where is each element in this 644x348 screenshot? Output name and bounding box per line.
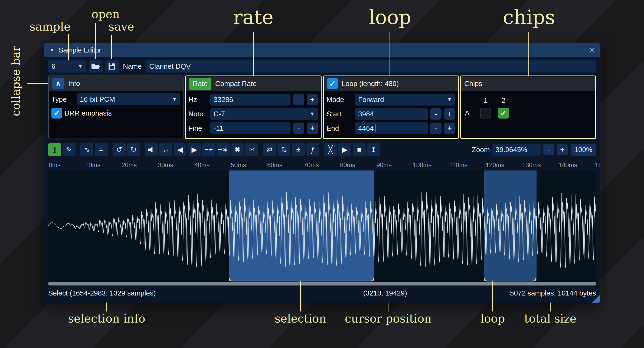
- hz-input[interactable]: 33286: [210, 94, 290, 106]
- open-button[interactable]: [89, 60, 102, 73]
- close-icon[interactable]: ×: [589, 45, 595, 55]
- toolbar-group: ⇄⇅±ƒ: [263, 143, 319, 156]
- folder-open-icon: [91, 63, 100, 70]
- name-value: Clarinet DQV: [149, 62, 191, 71]
- loop-end-increment-button[interactable]: +: [444, 123, 455, 134]
- time-label-60ms: 60ms: [267, 162, 282, 169]
- fade-in-button[interactable]: ◀: [174, 143, 187, 156]
- normalize-button[interactable]: ↔: [159, 143, 172, 156]
- hz-value: 33286: [214, 96, 233, 104]
- time-label-40ms: 40ms: [194, 162, 210, 169]
- time-label-100ms: 100ms: [413, 162, 431, 169]
- preview-button[interactable]: ▶: [338, 143, 351, 156]
- insert-silence-button[interactable]: −+: [202, 143, 215, 156]
- fine-input[interactable]: -11: [210, 122, 290, 134]
- chevron-down-icon: ▼: [307, 111, 315, 117]
- chips-panel: Chips 1 2 A ✓: [460, 75, 596, 139]
- loop-mode-value: Forward: [358, 96, 384, 104]
- brr-emphasis-label: BRR emphasis: [65, 109, 112, 117]
- time-label-50ms: 50ms: [231, 162, 246, 169]
- redo-button[interactable]: ↻: [127, 143, 140, 156]
- fine-decrement-button[interactable]: -: [293, 123, 304, 134]
- draw-tool-button[interactable]: ✎: [63, 143, 76, 156]
- chips-column-1-label: 1: [477, 96, 495, 105]
- delete-button[interactable]: ✖: [231, 143, 244, 156]
- hz-decrement-button[interactable]: -: [293, 94, 304, 105]
- loop-start-decrement-button[interactable]: -: [430, 108, 442, 120]
- type-select[interactable]: 16-bit PCM ▼: [77, 93, 180, 105]
- annotation-line-collapse-bar: [27, 83, 48, 84]
- status-cursor-position: (3210, 19429): [363, 289, 407, 297]
- annotation-loop-bottom: loop: [480, 312, 505, 325]
- hz-label: Hz: [188, 96, 208, 104]
- text-caret: [375, 124, 375, 132]
- sample-selector[interactable]: 6 ▼: [48, 60, 86, 73]
- zoom-in-button[interactable]: +: [557, 144, 568, 155]
- time-label-140ms: 140ms: [558, 162, 577, 169]
- loop-start-input[interactable]: 3984: [355, 108, 428, 120]
- resample-button[interactable]: ∿: [80, 143, 93, 156]
- loop-start-increment-button[interactable]: +: [444, 108, 455, 120]
- select-tool-button[interactable]: I: [48, 143, 61, 156]
- waveform-canvas[interactable]: [48, 170, 596, 281]
- status-selection-info: Select (1654-2983: 1329 samples): [48, 289, 156, 297]
- loop-enabled-checkbox[interactable]: ✓: [327, 78, 338, 89]
- crossfade-button[interactable]: ╳: [324, 143, 337, 156]
- loop-panel-header: ✓ Loop (length: 480): [324, 76, 458, 91]
- create-wavetable-button[interactable]: ≈: [95, 143, 108, 156]
- zoom-out-button[interactable]: -: [543, 144, 554, 155]
- collapse-info-button[interactable]: ∧: [52, 78, 64, 89]
- annotation-chips: chips: [503, 6, 555, 29]
- chip-1-checkbox[interactable]: [480, 108, 491, 119]
- zoom-label: Zoom: [472, 146, 490, 154]
- titlebar[interactable]: ▼ Sample Editor ×: [44, 43, 600, 57]
- brr-emphasis-checkbox[interactable]: ✓: [51, 108, 62, 119]
- rate-panel: Rate Compat Rate Hz 33286 - + Note C-7 ▼: [185, 75, 322, 139]
- time-label-0ms: 0ms: [49, 162, 60, 169]
- rate-button[interactable]: Rate: [189, 78, 211, 90]
- invert-button[interactable]: ⇅: [277, 143, 290, 156]
- fine-value: -11: [214, 124, 223, 133]
- toolbar-group: ↔◀▶−+−∗✖✂: [145, 143, 258, 156]
- chips-row-a-label: A: [465, 109, 477, 117]
- note-select[interactable]: C-7 ▼: [210, 108, 318, 120]
- loop-end-input[interactable]: 4464: [355, 122, 428, 134]
- chips-panel-title: Chips: [464, 80, 482, 88]
- annotation-open: open: [91, 8, 120, 21]
- time-label-20ms: 20ms: [122, 162, 137, 169]
- annotation-line-loop-bottom: [492, 281, 493, 311]
- filter-button[interactable]: ƒ: [306, 143, 319, 156]
- stop-preview-button[interactable]: ■: [353, 143, 366, 156]
- toolbar-group: ╳▶■↥: [324, 143, 380, 156]
- upload-button[interactable]: ↥: [367, 143, 380, 156]
- loop-end-decrement-button[interactable]: -: [430, 123, 442, 134]
- fade-out-button[interactable]: ▶: [188, 143, 201, 156]
- rate-panel-header: Rate Compat Rate: [186, 76, 321, 91]
- apply-silence-button[interactable]: −∗: [217, 143, 230, 156]
- annotation-line-sample: [68, 34, 69, 60]
- time-label-30ms: 30ms: [158, 162, 173, 169]
- loop-mode-select[interactable]: Forward ▼: [355, 94, 455, 106]
- reverse-button[interactable]: ⇄: [263, 143, 276, 156]
- chevron-down-icon: ▼: [169, 96, 177, 102]
- zoom-reset-button[interactable]: 100%: [571, 144, 596, 156]
- amplify-button[interactable]: [145, 143, 158, 156]
- hz-increment-button[interactable]: +: [307, 94, 318, 105]
- fine-increment-button[interactable]: +: [307, 123, 318, 134]
- annotation-rate: rate: [233, 6, 274, 29]
- annotation-line-selection: [300, 281, 301, 311]
- zoom-input[interactable]: 39.9645%: [492, 144, 541, 156]
- undo-button[interactable]: ↺: [113, 143, 126, 156]
- resize-handle[interactable]: [592, 295, 600, 303]
- sign-method-button[interactable]: ±: [292, 143, 305, 156]
- horizontal-scrollbar[interactable]: [48, 282, 596, 285]
- window-collapse-icon[interactable]: ▼: [50, 47, 54, 53]
- time-label-10ms: 10ms: [85, 162, 100, 169]
- waveform-area[interactable]: [48, 170, 596, 281]
- loop-end-label: End: [326, 124, 352, 133]
- annotation-line-total-size: [550, 303, 551, 311]
- chip-2-checkbox[interactable]: ✓: [498, 108, 509, 119]
- trim-button[interactable]: ✂: [245, 143, 258, 156]
- panels-row: ∧ Info Type 16-bit PCM ▼ ✓ BRR emphasis: [48, 75, 596, 139]
- save-button[interactable]: [105, 60, 119, 73]
